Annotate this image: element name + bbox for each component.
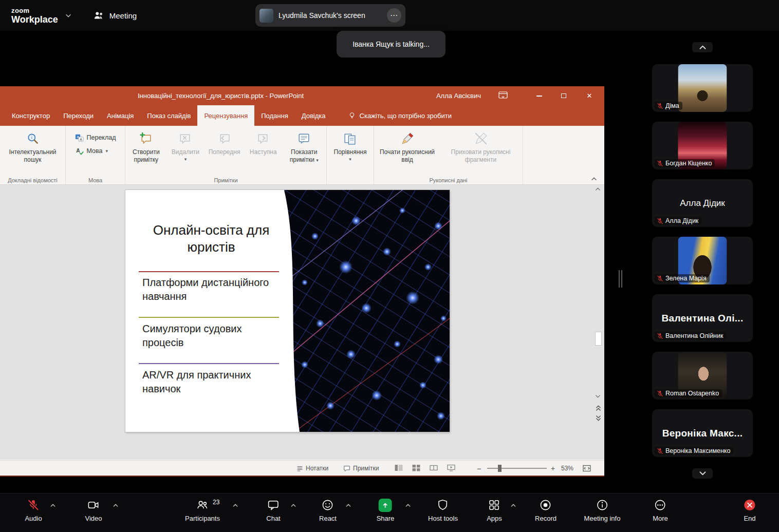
view-reading-button[interactable] (430, 464, 438, 473)
scrollbar-thumb[interactable] (595, 332, 602, 346)
shared-screen-more-options-button[interactable]: ⋯ (387, 8, 401, 23)
participant-tile-maria[interactable]: Зелена Марія (652, 237, 753, 284)
shared-screen-pill[interactable]: Lyudmila Savchuk's screen ⋯ (255, 4, 405, 27)
collapse-ribbon-button[interactable] (591, 174, 597, 183)
compare-button[interactable]: Порівняння ▾ (330, 128, 371, 162)
participant-tile-valentyna[interactable]: Валентина Олі... Валентина Олійник (652, 294, 753, 342)
participant-name-text: Roman Ostapenko (665, 390, 719, 397)
end-meeting-button[interactable]: End (744, 498, 756, 522)
meeting-tab[interactable]: Meeting (93, 10, 137, 21)
previous-slide-button[interactable] (594, 406, 602, 411)
ribbon-display-options-button[interactable] (498, 91, 508, 99)
apps-options-caret[interactable] (511, 500, 516, 509)
video-label: Video (85, 515, 102, 522)
language-button[interactable]: A Мова ▾ (73, 145, 118, 157)
close-icon: ✕ (587, 92, 592, 100)
tab-design[interactable]: Конструктор (5, 105, 57, 126)
participant-name-label: Алла Дідик (655, 217, 701, 225)
translate-button[interactable]: аA Переклад (73, 132, 118, 143)
next-comment-button: Наступна (247, 128, 280, 156)
zoom-out-button[interactable]: − (477, 461, 481, 476)
host-tools-button[interactable]: Host tools (428, 498, 458, 522)
close-button[interactable]: ✕ (579, 86, 600, 105)
participant-tile-bohdan[interactable]: Богдан Кіщенко (652, 122, 753, 169)
maximize-button[interactable] (553, 86, 574, 105)
notes-button[interactable]: Нотатки (296, 461, 328, 476)
comments-button[interactable]: Примітки (343, 461, 379, 476)
participant-tile-veronika[interactable]: Вероніка Макс... Вероніка Максименко (652, 409, 753, 457)
chat-options-caret[interactable] (291, 500, 296, 509)
participants-options-caret[interactable] (233, 500, 238, 509)
tab-transitions[interactable]: Переходи (57, 105, 100, 126)
chat-button[interactable]: Chat (266, 498, 280, 522)
scroll-down-button[interactable] (594, 394, 602, 398)
logo-text-zoom: zoom (11, 7, 58, 14)
participant-tile-dima[interactable]: Діма (652, 64, 753, 112)
tell-me-box[interactable]: Скажіть, що потрібно зробити (341, 105, 459, 126)
zoom-level[interactable]: 53% (561, 461, 573, 476)
participant-name-text: Богдан Кіщенко (665, 160, 712, 167)
panel-resize-handle[interactable] (619, 270, 622, 288)
new-comment-button[interactable]: Створити примітку (127, 128, 165, 164)
view-slideshow-button[interactable] (447, 464, 455, 473)
show-comments-icon (297, 130, 311, 147)
smart-lookup-search-icon: i (26, 130, 40, 147)
smart-lookup-button[interactable]: i Інтелектуальний пошук (4, 128, 62, 164)
mic-muted-icon (657, 275, 663, 282)
audio-options-caret[interactable] (50, 500, 56, 509)
audio-button[interactable]: Audio (25, 498, 42, 522)
tab-view[interactable]: Подання (254, 105, 295, 126)
apps-button[interactable]: Apps (487, 498, 502, 522)
view-slide-sorter-button[interactable] (412, 464, 420, 473)
zoom-slider-handle[interactable] (498, 465, 502, 472)
share-button[interactable]: Share (377, 498, 395, 522)
next-slide-button[interactable] (594, 416, 602, 422)
smiley-icon (322, 498, 335, 512)
record-label: Record (535, 515, 557, 522)
chat-icon (267, 498, 280, 512)
ribbon-tab-bar: Конструктор Переходи Анімація Показ слай… (0, 105, 604, 126)
slide-item-1: Платформи дистанційного навчання (142, 276, 275, 303)
participant-name-text: Зелена Марія (665, 275, 707, 282)
tab-animations[interactable]: Анімація (100, 105, 140, 126)
video-options-caret[interactable] (113, 500, 119, 509)
participant-tile-alla[interactable]: Алла Дідик Алла Дідик (652, 179, 753, 227)
next-comment-label: Наступна (250, 148, 277, 156)
group-ink: Почати рукописний ввід Приховати рукопис… (374, 126, 523, 184)
start-inking-button[interactable]: Почати рукописний ввід (379, 128, 436, 164)
panel-scroll-up-button[interactable] (692, 42, 713, 52)
participant-tile-roman[interactable]: Roman Ostapenko (652, 352, 753, 400)
share-screen-icon (379, 498, 392, 512)
tab-review[interactable]: Рецензування (197, 105, 254, 126)
account-name[interactable]: Алла Авсієвич (436, 86, 481, 105)
tab-slideshow[interactable]: Показ слайдів (140, 105, 197, 126)
meeting-tab-label: Meeting (109, 11, 137, 20)
compare-caret-icon: ▾ (349, 157, 351, 162)
fit-slide-button[interactable] (583, 461, 591, 476)
share-options-caret[interactable] (405, 500, 411, 509)
workspace-menu-caret-icon[interactable] (65, 11, 71, 20)
video-button[interactable]: Video (85, 498, 102, 522)
scroll-up-button[interactable] (594, 187, 602, 191)
minimize-button[interactable] (528, 86, 550, 105)
svg-text:i: i (31, 135, 32, 140)
apps-grid-icon (488, 498, 500, 512)
show-comments-button[interactable]: Показати примітки ▾ (284, 128, 324, 164)
panel-scroll-down-button[interactable] (692, 468, 713, 479)
record-button[interactable]: Record (535, 498, 557, 522)
divider-line-purple (139, 363, 279, 364)
react-button[interactable]: React (319, 498, 337, 522)
zoom-slider-track[interactable] (487, 468, 547, 469)
group-label-insights: Докладні відомості (0, 177, 65, 183)
meeting-info-button[interactable]: Meeting info (584, 498, 621, 522)
view-normal-button[interactable] (395, 464, 403, 473)
tab-help[interactable]: Довідка (295, 105, 332, 126)
people-icon (93, 10, 104, 21)
mic-muted-icon (657, 448, 663, 454)
react-options-caret[interactable] (346, 500, 351, 509)
zoom-in-button[interactable]: + (551, 461, 555, 476)
more-button[interactable]: More (653, 498, 668, 522)
participants-label: Participants (185, 515, 220, 522)
zoom-control-bar: Audio Video Participants 23 Chat (0, 493, 779, 532)
chat-label: Chat (266, 515, 280, 522)
